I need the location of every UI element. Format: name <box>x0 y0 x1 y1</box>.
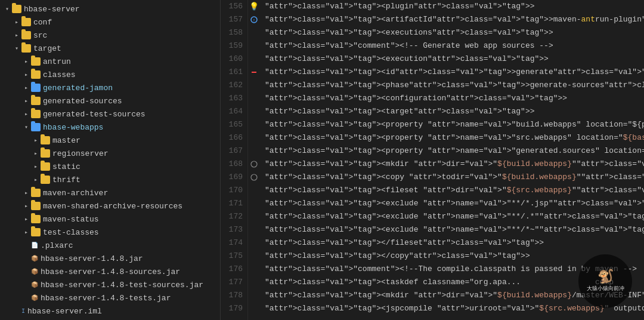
tree-folder-icon-jar3: 📦 <box>31 281 38 288</box>
line-num-171: 171 <box>221 197 243 210</box>
line-num-162: 162 <box>221 79 243 92</box>
tree-label-plxarc: .plxarc <box>41 241 73 250</box>
tree-folder-icon-generated-jamon <box>31 84 41 92</box>
tree-item-classes[interactable]: ▸classes <box>0 68 220 81</box>
line-num-170: 170 <box>221 184 243 197</box>
tree-folder-icon-jar2: 📦 <box>31 268 38 275</box>
code-line-173: "attr">class="val">"tag"><exclude "attr"… <box>265 223 644 236</box>
tree-folder-icon-iml: I <box>21 308 25 315</box>
line-num-156: 156 <box>221 0 243 13</box>
tree-folder-icon-maven-shared-archive-resources <box>31 202 41 210</box>
tree-folder-icon-test-classes <box>31 228 41 236</box>
tree-label-hbase-server: hbase-server <box>24 5 80 14</box>
code-line-179: "attr">class="val">"tag"><jspcompile "at… <box>265 302 644 315</box>
line-num-166: 166 <box>221 131 243 144</box>
tree-item-plxarc[interactable]: 📄.plxarc <box>0 239 220 252</box>
code-line-163: "attr">class="val">"tag"><configuration"… <box>265 92 644 105</box>
tree-folder-icon-hbase-server <box>12 5 21 13</box>
line-num-168: 168 <box>221 158 243 171</box>
tree-item-jar3[interactable]: 📦hbase-server-1.4.8-test-sources.jar <box>0 278 220 291</box>
tree-label-antrun: antrun <box>43 57 71 66</box>
tree-label-test-classes: test-classes <box>43 228 99 237</box>
tree-arrow-classes: ▸ <box>21 71 31 78</box>
tree-label-hbase-webapps: hbase-webapps <box>43 123 103 132</box>
code-line-158: "attr">class="val">"tag"><executions"att… <box>265 26 644 39</box>
tree-label-jar1: hbase-server-1.4.8.jar <box>41 254 143 263</box>
tree-label-src: src <box>33 31 47 40</box>
line-num-169: 169 <box>221 171 243 184</box>
tree-item-conf[interactable]: ▸conf <box>0 16 220 29</box>
code-line-159: "attr">class="val">"comment"><!-- Genera… <box>265 39 644 53</box>
tree-item-jar2[interactable]: 📦hbase-server-1.4.8-sources.jar <box>0 265 220 278</box>
tree-label-thrift: thrift <box>52 176 80 184</box>
code-line-165: "attr">class="val">"tag"><property "attr… <box>265 118 644 131</box>
code-line-169: "attr">class="val">"tag"><copy "attr">to… <box>265 171 644 184</box>
tree-item-generated-jamon[interactable]: ▸generated-jamon <box>0 81 220 94</box>
tree-arrow-regionserver: ▸ <box>31 150 41 157</box>
tree-item-generated-test-sources[interactable]: ▸generated-test-sources <box>0 107 220 121</box>
tree-item-maven-shared-archive-resources[interactable]: ▸maven-shared-archive-resources <box>0 199 220 213</box>
gutter-icon-168 <box>249 159 259 169</box>
line-num-177: 177 <box>221 276 243 289</box>
tree-arrow-generated-jamon: ▸ <box>21 84 31 91</box>
tree-item-target[interactable]: ▾target <box>0 42 220 55</box>
code-line-171: "attr">class="val">"tag"><exclude "attr"… <box>265 197 644 210</box>
tree-folder-icon-plxarc: 📄 <box>31 242 38 249</box>
tree-label-static: static <box>52 162 80 171</box>
line-num-172: 172 <box>221 210 243 223</box>
tree-folder-icon-conf <box>21 18 31 26</box>
tree-arrow-antrun: ▸ <box>21 58 31 65</box>
tree-item-antrun[interactable]: ▸antrun <box>0 55 220 68</box>
tree-item-hbase-server[interactable]: ▾hbase-server <box>0 2 220 16</box>
line-num-157: 157 <box>221 13 243 26</box>
code-line-172: "attr">class="val">"tag"><exclude "attr"… <box>265 210 644 223</box>
tree-arrow-src: ▸ <box>12 32 21 39</box>
line-num-164: 164 <box>221 105 243 118</box>
svg-point-4 <box>251 174 257 180</box>
code-line-161: "attr">class="val">"tag"><id"attr">class… <box>265 66 644 79</box>
line-num-174: 174 <box>221 236 243 250</box>
tree-item-jar1[interactable]: 📦hbase-server-1.4.8.jar <box>0 252 220 265</box>
tree-item-src[interactable]: ▸src <box>0 29 220 42</box>
code-line-166: "attr">class="val">"tag"><property "attr… <box>265 131 644 144</box>
tree-folder-icon-jar4: 📦 <box>31 294 38 301</box>
tree-item-regionserver[interactable]: ▸regionserver <box>0 147 220 160</box>
tree-item-generated-sources[interactable]: ▸generated-sources <box>0 94 220 107</box>
tree-item-jar4[interactable]: 📦hbase-server-1.4.8-tests.jar <box>0 291 220 304</box>
tree-item-maven-status[interactable]: ▸maven-status <box>0 213 220 226</box>
tree-arrow-hbase-server: ▾ <box>2 5 12 13</box>
tree-item-hbase-webapps[interactable]: ▾hbase-webapps <box>0 121 220 134</box>
tree-item-thrift[interactable]: ▸thrift <box>0 173 220 186</box>
tree-label-generated-sources: generated-sources <box>43 97 122 106</box>
tree-folder-icon-static <box>41 162 50 171</box>
tree-item-pom[interactable]: Mpom.xml <box>0 318 220 320</box>
line-num-159: 159 <box>221 39 243 53</box>
tree-arrow-generated-sources: ▸ <box>21 97 31 104</box>
tree-item-test-classes[interactable]: ▸test-classes <box>0 226 220 239</box>
watermark: 🐒 大猿小猿向前冲 <box>578 254 632 308</box>
tree-label-maven-shared-archive-resources: maven-shared-archive-resources <box>43 202 182 211</box>
tree-item-master[interactable]: ▸master <box>0 134 220 147</box>
code-line-170: "attr">class="val">"tag"><fileset "attr"… <box>265 184 644 197</box>
tree-label-maven-archiver: maven-archiver <box>43 189 108 198</box>
file-tree[interactable]: ▾hbase-server▸conf▸src▾target▸antrun▸cla… <box>0 0 221 320</box>
line-num-163: 163 <box>221 92 243 105</box>
tree-folder-icon-target <box>21 44 31 53</box>
tree-folder-icon-antrun <box>31 57 41 66</box>
tree-item-iml[interactable]: Ihbase-server.iml <box>0 304 220 318</box>
line-num-173: 173 <box>221 223 243 236</box>
tree-item-maven-archiver[interactable]: ▸maven-archiver <box>0 186 220 199</box>
line-num-179: 179 <box>221 302 243 315</box>
tree-label-jar4: hbase-server-1.4.8-tests.jar <box>41 294 171 303</box>
gutter-icon-161 <box>249 67 259 77</box>
code-line-160: "attr">class="val">"tag"><execution"attr… <box>265 53 644 66</box>
tree-folder-icon-hbase-webapps <box>31 123 41 131</box>
tree-folder-icon-generated-sources <box>31 97 41 105</box>
tree-arrow-hbase-webapps: ▾ <box>21 124 31 131</box>
tree-folder-icon-maven-status <box>31 215 41 223</box>
line-num-158: 158 <box>221 26 243 39</box>
tree-arrow-test-classes: ▸ <box>21 229 31 236</box>
tree-label-generated-jamon: generated-jamon <box>43 84 113 93</box>
tree-label-maven-status: maven-status <box>43 215 99 224</box>
tree-item-static[interactable]: ▸static <box>0 160 220 173</box>
